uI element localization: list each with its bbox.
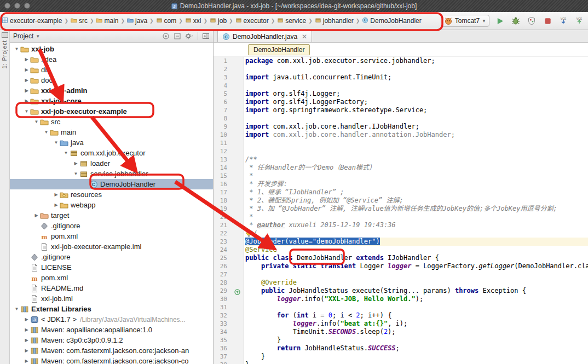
tree-expand-arrow-icon[interactable]: ▶ bbox=[23, 348, 30, 353]
tree-item-idea[interactable]: ▶.idea bbox=[10, 54, 213, 65]
code-line-20[interactable]: * bbox=[245, 213, 588, 221]
code-line-30[interactable]: logger.info("XXL-JOB, Hello World."); bbox=[245, 295, 588, 303]
code-line-3[interactable]: import java.util.concurrent.TimeUnit; bbox=[245, 73, 588, 82]
code-line-32[interactable]: for (int i = 0; i < 2; i++) { bbox=[245, 311, 588, 320]
tree-expand-arrow-icon[interactable]: ▼ bbox=[53, 140, 60, 145]
tree-expand-arrow-icon[interactable]: ▶ bbox=[23, 88, 30, 93]
code-line-8[interactable] bbox=[245, 114, 588, 123]
code-line-17[interactable]: * 1、继承 “IJobHandler” ; bbox=[245, 188, 588, 197]
tree-item-xxl-job[interactable]: ▼xxl-job bbox=[10, 44, 213, 54]
code-line-6[interactable]: import org.slf4j.LoggerFactory; bbox=[245, 98, 588, 106]
tree-expand-arrow-icon[interactable]: ▼ bbox=[43, 130, 50, 135]
code-content[interactable]: package com.xxl.job.executor.service.job… bbox=[244, 57, 588, 364]
tree-item-external-libraries[interactable]: ▼External Libraries bbox=[10, 304, 213, 314]
chevron-down-icon[interactable]: ▼ bbox=[36, 34, 40, 39]
code-line-26[interactable]: private static transient Logger logger =… bbox=[245, 262, 588, 270]
code-line-31[interactable] bbox=[245, 303, 588, 311]
code-line-25[interactable]: public class DemoJobHandler extends IJob… bbox=[245, 254, 588, 262]
tree-item-xxl-job-executor-example[interactable]: ▼xxl-job-executor-example bbox=[10, 106, 213, 117]
tree-expand-arrow-icon[interactable]: ▶ bbox=[33, 213, 40, 218]
tree-item-pom-xml[interactable]: mpom.xml bbox=[10, 231, 213, 241]
coverage-button[interactable] bbox=[526, 15, 537, 26]
project-tool-window-button[interactable]: 1: Project bbox=[2, 40, 8, 68]
tree-item-maven-com-fasterxml-jackson-core-jackson-co[interactable]: ▶Maven: com.fasterxml.jackson.core:jacks… bbox=[10, 356, 213, 364]
tree-item-license[interactable]: LICENSE bbox=[10, 262, 213, 273]
code-line-23[interactable]: @JobHander(value="demoJobHandler") bbox=[245, 238, 588, 246]
breadcrumb-item-job[interactable]: job bbox=[209, 16, 227, 26]
tree-expand-arrow-icon[interactable]: ▼ bbox=[23, 109, 30, 114]
tree-expand-arrow-icon[interactable]: ▼ bbox=[62, 151, 70, 155]
tree-item-src[interactable]: ▼src bbox=[10, 117, 213, 127]
code-line-38[interactable]: } bbox=[245, 361, 588, 364]
hide-panel-icon[interactable] bbox=[202, 32, 210, 40]
tree-expand-arrow-icon[interactable]: ▶ bbox=[53, 203, 60, 207]
tree-item-service-jobhandler[interactable]: ▼service.jobhandler bbox=[10, 169, 213, 179]
tree-item-target[interactable]: ▶target bbox=[10, 210, 213, 221]
tree-expand-arrow-icon[interactable]: ▶ bbox=[23, 57, 30, 62]
breadcrumb-item-executor[interactable]: executor bbox=[235, 16, 269, 26]
code-line-10[interactable]: import com.xxl.job.core.handler.annotati… bbox=[245, 131, 588, 139]
tree-item-webapp[interactable]: ▶webapp bbox=[10, 200, 213, 210]
tree-item-maven-aopalliance-aopalliance-1-0[interactable]: ▶Maven: aopalliance:aopalliance:1.0 bbox=[10, 325, 213, 335]
code-line-22[interactable]: */ bbox=[245, 229, 588, 238]
minimize-window-button[interactable] bbox=[14, 3, 20, 9]
debug-button[interactable] bbox=[510, 15, 521, 26]
code-line-36[interactable]: return JobHandleStatus.SUCCESS; bbox=[245, 344, 588, 353]
tree-item-resources[interactable]: ▶resources bbox=[10, 189, 213, 200]
override-method-icon[interactable] bbox=[234, 287, 240, 297]
code-line-1[interactable]: package com.xxl.job.executor.service.job… bbox=[245, 57, 588, 65]
gear-icon[interactable] bbox=[185, 32, 194, 40]
title-bar[interactable]: J DemoJobHandler.java - xxl-job - [~/wor… bbox=[0, 0, 588, 12]
tree-item-xxl-job-core[interactable]: ▶xxl-job-core bbox=[10, 96, 213, 106]
code-line-21[interactable]: * @author xuxueli 2015-12-19 19:43:36 bbox=[245, 221, 588, 229]
code-line-29[interactable]: public JobHandleStatus execute(String...… bbox=[245, 287, 588, 295]
code-line-24[interactable]: @Service bbox=[245, 246, 588, 254]
tree-expand-arrow-icon[interactable]: ▶ bbox=[23, 78, 30, 83]
close-icon[interactable]: ✕ bbox=[302, 33, 307, 41]
code-line-18[interactable]: * 2、装配到Spring, 例如加 “@Service” 注解; bbox=[245, 197, 588, 205]
breadcrumb-item-xxl[interactable]: xxl bbox=[185, 16, 202, 26]
tree-item-readme-md[interactable]: README.md bbox=[10, 283, 213, 293]
breadcrumb-item-demojobhandler[interactable]: CDemoJobHandler bbox=[361, 16, 422, 26]
breadcrumb-item-java[interactable]: java bbox=[126, 16, 148, 26]
code-line-33[interactable]: logger.info("beat at:{}", i); bbox=[245, 320, 588, 328]
tree-expand-arrow-icon[interactable]: ▶ bbox=[23, 338, 30, 343]
editor-breadcrumb-chip[interactable]: DemoJobHandler bbox=[248, 44, 310, 55]
tree-expand-arrow-icon[interactable]: ▼ bbox=[13, 47, 20, 51]
run-configuration-selector[interactable]: Tomcat7 ▼ bbox=[441, 15, 489, 27]
tree-expand-arrow-icon[interactable]: ▼ bbox=[72, 171, 79, 176]
breadcrumb-item-main[interactable]: main bbox=[95, 16, 119, 26]
code-line-7[interactable]: import org.springframework.stereotype.Se… bbox=[245, 106, 588, 114]
tab-demojobhandler[interactable]: C DemoJobHandler.java ✕ bbox=[217, 30, 312, 42]
tree-expand-arrow-icon[interactable]: ▶ bbox=[23, 67, 30, 72]
close-window-button[interactable] bbox=[4, 3, 10, 9]
tree-expand-arrow-icon[interactable]: ▶ bbox=[53, 192, 60, 197]
tree-expand-arrow-icon[interactable]: ▶ bbox=[23, 327, 30, 332]
tree-item-maven-c3p0-c3p0-0-9-1-2[interactable]: ▶Maven: c3p0:c3p0:0.9.1.2 bbox=[10, 335, 213, 345]
vcs-commit-button[interactable]: VCS bbox=[574, 15, 585, 26]
code-line-35[interactable]: } bbox=[245, 336, 588, 344]
code-line-5[interactable]: import org.slf4j.Logger; bbox=[245, 90, 588, 98]
tree-item-jdk1-7[interactable]: ▶J< JDK1.7 >/Library/Java/JavaVirtualMac… bbox=[10, 314, 213, 325]
tree-item-com-xxl-job-executor[interactable]: ▼com.xxl.job.executor bbox=[10, 148, 213, 158]
code-line-12[interactable] bbox=[245, 147, 588, 155]
tree-item-xxl-job-iml[interactable]: xxl-job.iml bbox=[10, 293, 213, 304]
tree-item-pom-xml[interactable]: mpom.xml bbox=[10, 273, 213, 283]
code-line-9[interactable]: import com.xxl.job.core.handler.IJobHand… bbox=[245, 123, 588, 131]
code-line-19[interactable]: * 3、加 “@JobHander” 注解, 注解value值为新增任务生成的J… bbox=[245, 205, 588, 213]
code-line-14[interactable]: * 任务Handler的一个Demo（Bean模式） bbox=[245, 164, 588, 172]
locate-file-icon[interactable] bbox=[162, 32, 170, 40]
intention-bulb-icon[interactable] bbox=[245, 230, 252, 240]
code-line-37[interactable]: } bbox=[245, 353, 588, 361]
tree-item-java[interactable]: ▼java bbox=[10, 137, 213, 148]
code-line-13[interactable]: /** bbox=[245, 155, 588, 164]
breadcrumb-item-jobhandler[interactable]: jobhandler bbox=[314, 16, 354, 26]
breadcrumb-item-service[interactable]: service bbox=[276, 16, 307, 26]
tree-item-doc[interactable]: ▶doc bbox=[10, 75, 213, 85]
tree-expand-arrow-icon[interactable]: ▶ bbox=[72, 161, 79, 166]
breadcrumb-item-com[interactable]: com bbox=[155, 16, 177, 26]
tree-item-xxl-job-admin[interactable]: ▶xxl-job-admin bbox=[10, 85, 213, 96]
tree-expand-arrow-icon[interactable]: ▶ bbox=[23, 317, 30, 322]
code-line-11[interactable] bbox=[245, 139, 588, 147]
tree-expand-arrow-icon[interactable]: ▶ bbox=[23, 99, 30, 103]
